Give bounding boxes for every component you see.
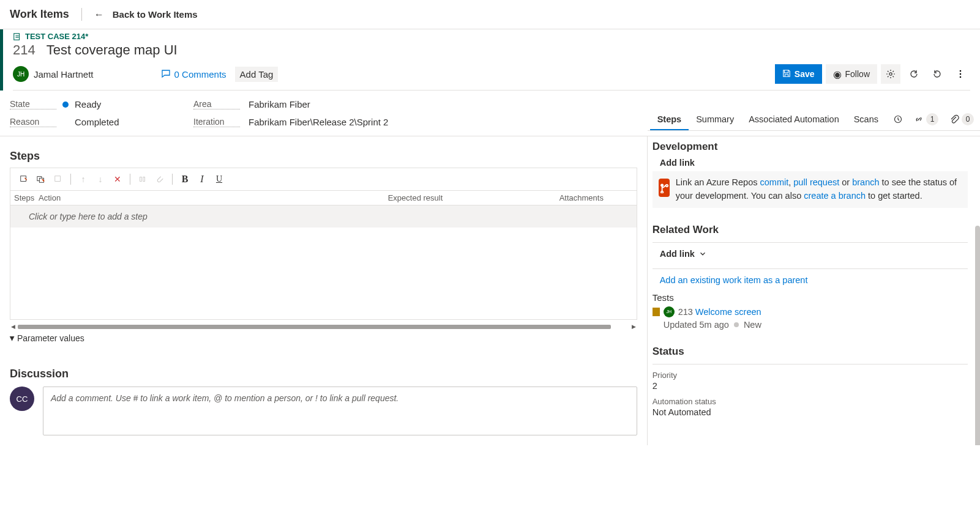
svg-rect-9 [140,177,142,182]
col-steps: Steps [14,193,39,202]
move-down-button: ↓ [92,171,109,188]
add-tag-button[interactable]: Add Tag [235,67,279,82]
outdent-button [134,171,151,188]
steps-h-scrollbar[interactable]: ◀ ▶ [10,324,637,330]
priority-value[interactable]: 2 [653,381,968,391]
steps-table-header: Steps Action Expected result Attachments [10,191,637,205]
work-item-type-label[interactable]: TEST CASE 214* [13,32,970,41]
branch-link[interactable]: branch [852,177,879,187]
svg-rect-8 [55,176,61,182]
pr-link[interactable]: pull request [793,177,839,187]
links-tab[interactable]: 1 [910,113,942,125]
attachments-tab[interactable]: 0 [946,113,978,125]
commit-link[interactable]: commit [760,177,789,187]
related-title: Related Work [653,224,968,236]
state-dot-icon [62,102,69,108]
development-text: Link an Azure Repos commit, pull request… [676,176,962,203]
settings-button[interactable] [881,64,900,84]
assignee-name[interactable]: Jamal Hartnett [34,69,94,80]
italic-button[interactable]: I [193,171,211,188]
test-owner-avatar: JH [664,306,675,317]
col-action: Action [39,193,388,202]
scroll-left-icon: ◀ [11,324,15,330]
test-type-icon [653,308,660,316]
reason-value: Completed [75,117,119,127]
separator-dot [734,322,739,327]
area-field[interactable]: Area Fabrikam Fiber [193,99,536,109]
create-branch-link[interactable]: create a branch [804,191,866,201]
dev-add-link[interactable]: Add link [660,158,968,168]
main-column: Steps ↑ ↓ ✕ [0,136,647,445]
svg-rect-0 [14,33,20,40]
related-add-link[interactable]: Add link [660,249,707,259]
history-icon [893,114,903,124]
undo-button[interactable] [927,64,947,84]
work-item-title[interactable]: Test coverage map UI [47,42,178,58]
side-column: Steps Summary Associated Automation Scan… [647,136,980,445]
development-title: Development [653,141,968,153]
related-work-section: Related Work Add link Add an existing wo… [653,224,968,330]
save-icon [782,69,791,80]
steps-title: Steps [10,150,637,163]
test-case-icon [13,32,21,41]
state-field[interactable]: State Ready [10,99,193,109]
history-tab[interactable] [889,114,907,124]
more-actions-button[interactable] [951,64,970,84]
insert-shared-steps-button[interactable] [32,171,50,188]
underline-button[interactable]: U [211,171,228,188]
steps-body[interactable] [10,228,637,319]
save-button[interactable]: Save [775,64,822,84]
svg-point-3 [960,73,962,75]
follow-button[interactable]: ◉ Follow [826,64,877,84]
work-item-id: 214 [13,42,36,58]
insert-param-button [50,171,67,188]
insert-step-button[interactable] [15,171,32,188]
tests-title: Tests [653,292,968,303]
assignee-avatar[interactable]: JH [13,66,29,82]
col-attachments: Attachments [559,193,633,202]
comment-input[interactable]: Add a comment. Use # to link a work item… [43,387,637,435]
bold-button[interactable]: B [176,171,193,188]
delete-step-button[interactable]: ✕ [109,171,126,188]
kebab-icon [956,69,965,79]
add-step-row[interactable]: Click or type here to add a step [10,205,637,228]
parameter-values-toggle[interactable]: ▶ Parameter values [10,333,637,343]
tab-associated-automation[interactable]: Associated Automation [741,108,847,130]
test-item[interactable]: JH 213 Welcome screen [653,306,968,317]
state-label: State [10,99,56,109]
vertical-scrollbar[interactable] [975,136,980,445]
svg-rect-10 [143,177,145,182]
iteration-label: Iteration [193,117,240,127]
test-updated-line: Updated 5m ago New [664,320,968,330]
area-label: Area [193,99,240,109]
add-existing-parent-link[interactable]: Add an existing work item as a parent [660,275,968,285]
comments-link[interactable]: 0 Comments [161,69,226,80]
state-value: Ready [75,99,101,109]
caret-icon: ▶ [9,336,16,341]
comments-text: 0 Comments [174,69,226,80]
updated-text: Updated 5m ago [664,320,729,330]
automation-status-value[interactable]: Not Automated [653,407,968,417]
comment-icon [161,69,171,79]
chevron-down-icon [698,250,707,258]
reason-field[interactable]: Reason Completed [10,117,193,127]
tab-scans[interactable]: Scans [847,108,886,130]
iteration-field[interactable]: Iteration Fabrikam Fiber\Release 2\Sprin… [193,117,536,127]
refresh-button[interactable] [904,64,924,84]
development-card: Link an Azure Repos commit, pull request… [653,171,968,208]
links-count: 1 [926,113,938,125]
back-to-work-items[interactable]: ← Back to Work Items [94,9,198,20]
follow-label: Follow [845,69,870,79]
save-label: Save [795,69,815,79]
automation-status-label: Automation status [653,397,968,406]
tab-summary[interactable]: Summary [689,108,741,130]
scroll-thumb[interactable] [975,226,980,445]
linked-test-title: Welcome screen [695,307,761,317]
actions-row: JH Jamal Hartnett 0 Comments Add Tag Sav… [13,64,970,91]
body: Steps ↑ ↓ ✕ [0,136,980,445]
attach-icon [949,114,959,124]
tabs-row: Steps Summary Associated Automation Scan… [648,108,980,131]
development-section: Development Add link Link an Azure Repos… [653,141,968,208]
attachments-count: 0 [962,113,974,125]
tab-steps[interactable]: Steps [650,108,689,130]
